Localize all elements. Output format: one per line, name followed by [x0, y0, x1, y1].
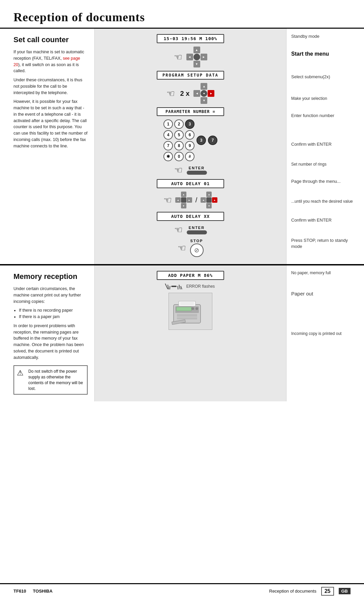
s2-error-row: ERROR flashes [98, 283, 283, 289]
dpad4-left: ◄ [201, 197, 206, 203]
key-7-highlight: 7 [208, 136, 217, 145]
twox-label: 2 x [180, 90, 190, 97]
rl-standby: Standby mode [291, 33, 359, 50]
slash: / [195, 196, 198, 204]
step6-numpad-row: 1 2 3 4 5 6 7 8 9 ✱ 0 # 3 7 [98, 119, 283, 161]
display-auto-delay-xx: AUTO DELAY XX [157, 212, 224, 221]
hand-icon-5: ☞ [174, 224, 183, 235]
display-standby: 15-03 19:56 M 100% [157, 34, 224, 43]
svg-point-8 [191, 307, 194, 310]
fax-svg [170, 294, 211, 328]
numpad: 1 2 3 4 5 6 7 8 9 ✱ 0 # [163, 119, 194, 161]
stop-button[interactable]: ⊘ [190, 244, 204, 257]
footer-left: TF610 TOSHIBA [13, 589, 53, 594]
footer: TF610 TOSHIBA Reception of documents 25 … [0, 583, 364, 598]
section1-para3: However, it is possible for your fax mac… [13, 98, 88, 149]
flash-3 [169, 286, 170, 289]
flash-5 [179, 285, 181, 289]
section1-text: If your fax machine is set to automatic … [13, 49, 88, 149]
highlighted-keys: 3 7 [196, 136, 217, 145]
rl-press-stop: Press STOP, return to standy mode [291, 237, 359, 259]
enter-group-2: ENTER [187, 226, 207, 234]
key-5: 5 [174, 130, 184, 140]
dpad2-empty4 [208, 97, 214, 104]
dpad3-e1 [175, 192, 181, 197]
svg-rect-11 [176, 307, 191, 311]
error-label: ERROR flashes [186, 284, 215, 289]
s2-rl-paper-out: Paper out [291, 290, 359, 331]
section2-center: ADD PAPER M 86% ERROR flashes [94, 265, 286, 401]
dpad2-empty3 [193, 97, 200, 104]
enter-label-2: ENTER [189, 226, 205, 230]
dpad-1: ▲ ◄ ► ▼ [186, 47, 207, 67]
flash-lines [166, 283, 182, 289]
section2-content: Memory reception Under certain circumsta… [0, 265, 364, 401]
step1-display: 15-03 19:56 M 100% [98, 34, 283, 43]
step3-display: PROGRAM SETUP DATA [98, 71, 283, 80]
step8-display: AUTO DELAY 01 [98, 179, 283, 188]
section2-right: No paper, memory full Paper out Incoming… [286, 265, 364, 401]
step10-display: AUTO DELAY XX [98, 212, 283, 221]
enter-button-2[interactable] [187, 230, 207, 234]
warning-box: ⚠ Do not switch off the power supply as … [13, 365, 88, 395]
key-3: 3 [185, 119, 194, 129]
display-add-paper: ADD PAPER M 86% [157, 271, 224, 280]
step5-display: PARAMETER NUMBER = [98, 107, 283, 116]
step12-stop-row: ☞ STOP ⊘ [98, 239, 283, 257]
section2-left: Memory reception Under certain circumsta… [0, 265, 94, 401]
step11-enter-row: ☞ ENTER [98, 224, 283, 235]
key-3-highlight: 3 [196, 136, 206, 145]
section1-para2: Under these circumstances, it is thus no… [13, 77, 88, 96]
dpad-2: ▲ ◄ ● ► ▼ [193, 83, 214, 104]
enter-button-1[interactable] [187, 171, 207, 175]
warning-icon: ⚠ [17, 369, 25, 377]
hand-icon-6: ☞ [178, 243, 186, 254]
dpad-empty2 [201, 47, 207, 53]
dpad2-left: ◄ [193, 90, 200, 97]
section2-para1: Under certain circumstances, the machine… [13, 286, 88, 305]
dpad-right: ► [201, 54, 207, 60]
page: Reception of documents Set call counter … [0, 0, 364, 598]
key-9: 9 [185, 141, 194, 150]
dpad-center [193, 54, 200, 60]
hand-icon-4: ☞ [163, 195, 172, 206]
section2-para2: In order to prevent problems with recept… [13, 323, 88, 361]
rl-desired-value: ...until you reach the desired value [291, 199, 359, 217]
s2-rl-no-paper: No paper, memory full [291, 270, 359, 290]
dpad2-empty2 [208, 83, 214, 90]
hand-icon-1: ☞ [174, 52, 182, 63]
dpad4-center [206, 197, 212, 203]
dpad3-e3 [175, 203, 181, 208]
dpad3-center [181, 197, 186, 203]
key-hash: # [185, 152, 194, 161]
step7-enter-row: ☞ ENTER [98, 165, 283, 176]
dpad2-up: ▲ [201, 83, 207, 90]
dpad4-up: ▲ [206, 192, 212, 197]
dpad4-right: ► [212, 197, 217, 203]
enter-label-1: ENTER [189, 166, 205, 170]
enter-group-1: ENTER [187, 166, 207, 175]
step4-row: ☞ 2 x ▲ ◄ ● ► ▼ [98, 83, 283, 104]
section1-left: Set call counter If your fax machine is … [0, 29, 94, 264]
key-star: ✱ [163, 152, 173, 161]
warning-text: Do not switch off the power supply as ot… [28, 369, 84, 391]
key-6: 6 [185, 130, 194, 140]
section1-content: Set call counter If your fax machine is … [0, 29, 364, 265]
section1-center: 15-03 19:56 M 100% ☞ ▲ ◄ ► ▼ [94, 29, 286, 264]
dpad-empty4 [201, 61, 207, 67]
dash [171, 286, 177, 287]
section1-title: Set call counter [13, 35, 88, 44]
key-1: 1 [163, 119, 173, 129]
stop-label: STOP [190, 239, 203, 243]
dpad-up: ▲ [193, 47, 200, 53]
section2-title: Memory reception [13, 272, 88, 281]
section2-list: If there is no recording paper If there … [19, 307, 88, 320]
section1-para1: If your fax machine is set to automatic … [13, 49, 88, 74]
key-2: 2 [174, 119, 184, 129]
rl-make-selection: Make your selection [291, 96, 359, 113]
section2-text: Under certain circumstances, the machine… [13, 286, 88, 361]
hand-icon-3: ☞ [174, 165, 183, 176]
dpad3-down: ▼ [181, 203, 186, 208]
flash-4 [177, 286, 178, 289]
page-title: Reception of documents [0, 0, 364, 29]
